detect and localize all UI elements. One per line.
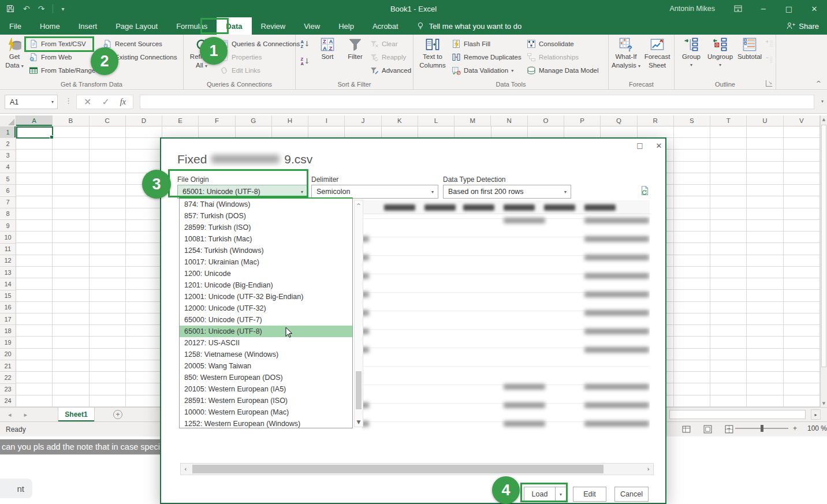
column-header-o[interactable]: O	[528, 115, 564, 126]
preview-scroll-thumb[interactable]	[192, 465, 604, 473]
filter-button[interactable]: Filter	[343, 37, 367, 61]
flash-fill-button[interactable]: Flash Fill	[452, 38, 490, 50]
sort-descending-button[interactable]: ZA	[300, 55, 310, 67]
group-button[interactable]: Group ▾	[679, 37, 703, 69]
list-scroll-down-icon[interactable]: ▼	[355, 419, 363, 425]
column-header-p[interactable]: P	[564, 115, 601, 126]
row-header-18[interactable]: 18	[0, 325, 16, 337]
edit-links-button[interactable]: Edit Links	[219, 65, 260, 76]
encoding-option[interactable]: 20105: Western European (IA5)	[180, 383, 352, 395]
new-sheet-icon[interactable]: +	[113, 410, 122, 419]
remove-duplicates-button[interactable]: Remove Duplicates	[452, 51, 521, 63]
consolidate-button[interactable]: Consolidate	[527, 38, 574, 50]
close-icon[interactable]: ✕	[802, 0, 827, 17]
expand-formula-bar-icon[interactable]: ▾	[821, 99, 824, 104]
insert-function-icon[interactable]: fx	[120, 98, 126, 107]
row-header-5[interactable]: 5	[0, 173, 16, 185]
row-header-17[interactable]: 17	[0, 313, 16, 325]
column-header-l[interactable]: L	[418, 115, 455, 126]
row-header-13[interactable]: 13	[0, 267, 16, 278]
sort-button[interactable]: ZAAZ Sort	[315, 37, 340, 61]
manage-data-model-button[interactable]: Manage Data Model	[527, 65, 599, 76]
encoding-option[interactable]: 1258: Vietnamese (Windows)	[180, 349, 352, 360]
what-if-analysis-button[interactable]: ? What-If Analysis ▾	[612, 37, 640, 70]
cancel-entry-icon[interactable]: ✕	[84, 96, 91, 107]
tab-help[interactable]: Help	[329, 17, 363, 35]
row-header-21[interactable]: 21	[0, 360, 16, 372]
sheet-nav-right-icon[interactable]: ▸	[24, 411, 28, 419]
advanced-button[interactable]: Advanced	[370, 65, 411, 76]
horizontal-scrollbar[interactable]	[668, 409, 810, 420]
encoding-option[interactable]: 1254: Turkish (Windows)	[180, 245, 352, 256]
horizontal-scroll-thumb[interactable]	[669, 410, 806, 419]
data-type-detection-select[interactable]: Based on first 200 rows ▾	[443, 185, 571, 199]
encoding-option[interactable]: 1201: Unicode (Big-Endian)	[180, 279, 352, 291]
cancel-button[interactable]: Cancel	[614, 487, 649, 502]
selected-cell-a1[interactable]	[16, 126, 53, 139]
share-button[interactable]: Share	[786, 17, 819, 35]
row-header-9[interactable]: 9	[0, 220, 16, 232]
preview-scroll-right-icon[interactable]: ›	[647, 465, 650, 473]
forecast-sheet-button[interactable]: Forecast Sheet	[643, 37, 671, 69]
delimiter-select[interactable]: Semicolon ▾	[311, 185, 438, 199]
column-header-i[interactable]: I	[308, 115, 345, 126]
column-header-t[interactable]: T	[710, 115, 747, 126]
encoding-option[interactable]: 28591: Western European (ISO)	[180, 395, 352, 406]
encoding-option[interactable]: 20127: US-ASCII	[180, 337, 352, 349]
tab-view[interactable]: View	[295, 17, 329, 35]
encoding-option[interactable]: 12001: Unicode (UTF-32 Big-Endian)	[180, 291, 352, 303]
preview-scroll-left-icon[interactable]: ‹	[184, 465, 187, 473]
detection-dropdown-icon[interactable]: ▾	[564, 189, 567, 195]
dialog-maximize-icon[interactable]: □	[634, 141, 646, 152]
encoding-option[interactable]: 10000: Western European (Mac)	[180, 406, 352, 418]
name-box[interactable]: A1 ▾	[5, 95, 58, 109]
row-header-14[interactable]: 14	[0, 278, 16, 290]
from-web-button[interactable]: From Web	[29, 51, 72, 63]
tell-me-box[interactable]: Tell me what you want to do	[416, 17, 521, 35]
column-header-q[interactable]: Q	[601, 115, 637, 126]
zoom-slider[interactable]	[735, 428, 788, 429]
tab-home[interactable]: Home	[31, 17, 69, 35]
column-header-v[interactable]: V	[784, 115, 820, 126]
column-header-k[interactable]: K	[382, 115, 418, 126]
dialog-close-icon[interactable]: ✕	[653, 141, 665, 152]
select-all-corner[interactable]	[0, 115, 16, 126]
column-header-h[interactable]: H	[272, 115, 308, 126]
encoding-option[interactable]: 857: Turkish (DOS)	[180, 210, 352, 222]
row-header-6[interactable]: 6	[0, 185, 16, 196]
vertical-scrollbar[interactable]: ▲ ▼	[820, 115, 827, 407]
delimiter-dropdown-icon[interactable]: ▾	[431, 189, 434, 195]
row-header-15[interactable]: 15	[0, 290, 16, 302]
column-header-n[interactable]: N	[491, 115, 527, 126]
collapse-ribbon-icon[interactable]: ^	[816, 80, 821, 87]
encoding-option[interactable]: 874: Thai (Windows)	[180, 199, 352, 210]
confirm-entry-icon[interactable]: ✓	[102, 96, 109, 107]
row-header-1[interactable]: 1	[0, 126, 16, 138]
tab-file[interactable]: File	[0, 17, 31, 35]
scroll-right-icon[interactable]: ▸	[811, 409, 821, 420]
from-table-range-button[interactable]: From Table/Range	[29, 65, 95, 76]
tab-acrobat[interactable]: Acrobat	[363, 17, 408, 35]
column-header-a[interactable]: A	[16, 115, 53, 126]
row-header-22[interactable]: 22	[0, 372, 16, 383]
zoom-in-icon[interactable]: +	[793, 424, 797, 432]
column-header-e[interactable]: E	[162, 115, 199, 126]
row-header-23[interactable]: 23	[0, 384, 16, 395]
row-header-8[interactable]: 8	[0, 208, 16, 220]
row-header-7[interactable]: 7	[0, 197, 16, 208]
tab-review[interactable]: Review	[252, 17, 295, 35]
column-header-d[interactable]: D	[126, 115, 162, 126]
queries-connections-button[interactable]: Queries & Connections	[219, 38, 300, 50]
minimize-icon[interactable]: −	[751, 0, 776, 17]
tab-insert[interactable]: Insert	[69, 17, 107, 35]
column-header-r[interactable]: R	[638, 115, 674, 126]
column-header-u[interactable]: U	[747, 115, 783, 126]
show-detail-button[interactable]	[765, 38, 774, 50]
encoding-option[interactable]: 10017: Ukrainian (Mac)	[180, 256, 352, 268]
user-name[interactable]: Antonin Mikes	[669, 5, 715, 13]
sheet-tab-sheet1[interactable]: Sheet1	[58, 408, 95, 421]
column-header-g[interactable]: G	[236, 115, 272, 126]
row-header-19[interactable]: 19	[0, 337, 16, 349]
data-validation-button[interactable]: Data Validation ▾	[452, 65, 513, 76]
encoding-option[interactable]: 28599: Turkish (ISO)	[180, 222, 352, 233]
